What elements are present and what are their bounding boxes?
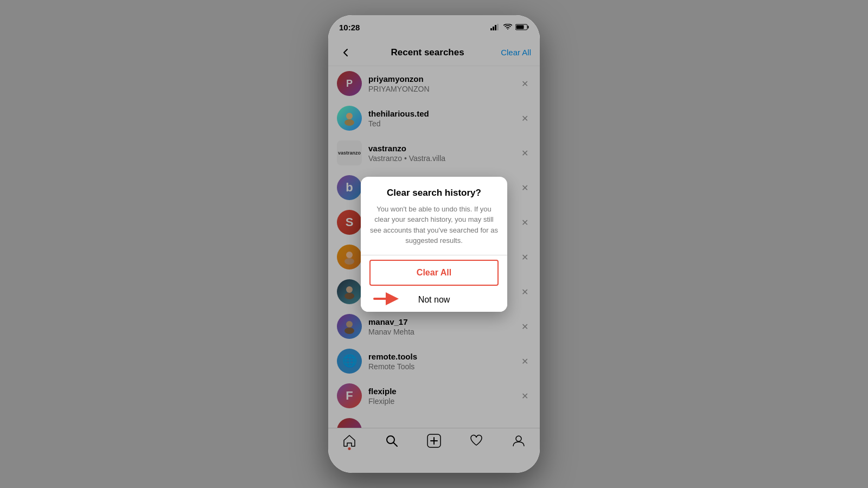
modal-not-now-button[interactable]: Not now	[361, 288, 507, 312]
modal-overlay: Clear search history? You won't be able …	[328, 15, 540, 473]
modal-clear-all-button[interactable]: Clear All	[369, 260, 499, 286]
modal-dialog: Clear search history? You won't be able …	[361, 177, 507, 312]
clear-btn-wrapper: Clear All	[361, 255, 507, 288]
modal-body: Clear search history? You won't be able …	[361, 177, 507, 255]
modal-description: You won't be able to undo this. If you c…	[369, 204, 499, 246]
modal-title: Clear search history?	[369, 188, 499, 198]
phone-container: 10:28	[328, 15, 540, 473]
